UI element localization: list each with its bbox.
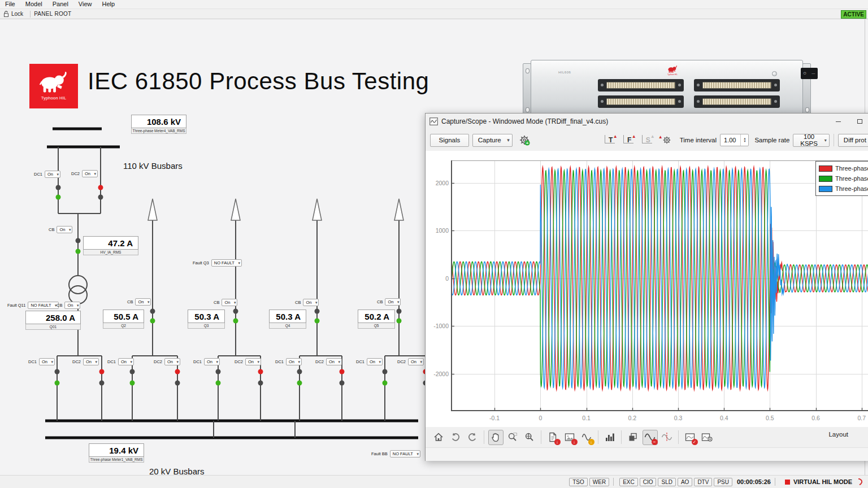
legend-swatch [819,176,832,182]
zoom-pan-icon[interactable] [522,430,537,445]
breadcrumb: PANEL ROOT [34,11,71,17]
x-axis-tick: 0.2 [620,415,645,421]
menu-item-file[interactable]: File [0,0,20,8]
cb-q4-select[interactable]: On [303,299,319,306]
status-bar: TSOWER EXCCIOSLDAODTVPSU 00:00:05:26 VIR… [0,475,868,488]
meter-20kv-value: 19.4 kV [89,443,144,457]
virtual-hil-mode-label: VIRTUAL HIL MODE [793,478,852,485]
pan-icon[interactable] [488,430,504,445]
layout-button[interactable]: Layout [828,431,848,438]
fault-q11-select[interactable]: NO FAULT [28,302,58,309]
dc2-bay1-label: DC2 [72,359,81,364]
settings-add-icon[interactable]: + [518,133,531,147]
dc1-top-label: DC1 [34,172,42,177]
redo-icon[interactable] [465,430,480,445]
fault-bb-select[interactable]: NO FAULT [390,450,420,457]
fault-q3-control: Fault Q3NO FAULT [193,259,242,267]
device-connector [694,79,780,91]
menu-item-help[interactable]: Help [97,0,120,8]
status-cio[interactable]: CIO [640,478,657,486]
dc2-bay2-select[interactable]: On [164,358,180,365]
export-image-icon[interactable]: ↓ [562,430,578,445]
layers-icon[interactable] [626,430,641,445]
dc1-bay3-select[interactable]: On [204,358,220,365]
dc2-bay5-select[interactable]: On [408,358,424,365]
capture-dropdown[interactable]: Capture [472,134,513,147]
cb-q5-select[interactable]: On [385,298,401,306]
undo-icon[interactable] [448,430,463,445]
dc1-top-control: DC1On [34,171,60,178]
dc1-bay4-select[interactable]: On [286,358,302,365]
dc2-top-select[interactable]: On [82,170,98,177]
legend-swatch [819,186,832,192]
status-tso[interactable]: TSO [569,478,588,486]
scope-title-bar[interactable]: Capture/Scope - Windowed Mode (TRDiff_fi… [426,114,868,129]
maximize-button[interactable] [855,117,864,126]
capture-settings-icon[interactable] [700,430,715,445]
lock-button[interactable]: Lock [0,11,27,18]
fault-q11-control: Fault Q11NO FAULT [7,302,59,309]
menu-item-view[interactable]: View [73,0,97,8]
status-dtv[interactable]: DTV [694,478,712,486]
cb-q3-select[interactable]: On [222,299,237,306]
dc1-bay2-control: DC1On [107,358,134,365]
trigger-f-icon[interactable]: F▲ [622,133,637,147]
device-power-switch: ⏻— [801,68,818,79]
dc1-bay5-select[interactable]: On [367,358,383,365]
dc1-bay1-select[interactable]: On [39,358,55,365]
device-model-label: HIL606 [558,71,571,74]
legend-label: Three-phase [835,175,868,182]
home-icon[interactable] [431,430,446,445]
cb-top-label: CB [49,227,54,232]
menu-item-panel[interactable]: Panel [47,0,73,8]
dc1-top-select[interactable]: On [45,171,60,178]
zoom-region-icon[interactable] [505,430,520,445]
diff-prot-button[interactable]: Diff prot [838,134,868,147]
export-data-icon[interactable]: ↓ [545,430,561,445]
cursor-wave-icon[interactable]: − [643,430,658,445]
status-exc[interactable]: EXC [619,478,638,486]
cb-q01-select[interactable]: On [64,302,80,309]
meter-20kv-caption: Three-phase Meter1_VAB_RMS [89,457,144,463]
trigger-t-icon[interactable]: T▲ [604,133,618,147]
legend-label: Three-phase [835,165,868,172]
dc2-top-control: DC2On [71,170,98,177]
minimize-button[interactable] [834,117,843,126]
device-brand-logo: Typhoon HIL [666,66,679,76]
transformer-winding-1 [69,276,87,294]
time-interval-input[interactable]: 1.00 ▲▼ [720,134,749,146]
dc2-bay3-select[interactable]: On [245,358,261,365]
cb-q3-label: CB [214,300,219,305]
cb-top-select[interactable]: On [57,226,72,233]
capture-check-icon[interactable]: ✓ [683,430,698,445]
dc1-bay2-select[interactable]: On [118,358,134,365]
signals-button[interactable]: Signals [430,134,469,147]
status-ao[interactable]: AO [678,478,692,486]
meter-q4: 50.3 AQ4 [269,310,306,329]
fault-q11-label: Fault Q11 [7,303,25,308]
dc2-bay1-select[interactable]: On [83,358,99,365]
trigger-settings-icon[interactable]: ▲ [659,133,674,147]
meter-q01-caption: Q01 [25,324,81,330]
histogram-icon[interactable] [602,430,618,445]
fault-q3-select[interactable]: NO FAULT [211,259,242,267]
status-wer[interactable]: WER [589,478,609,486]
x-axis-tick: 0 [528,415,553,421]
spinner-arrows-icon[interactable]: ▲▼ [740,134,748,146]
trigger-s-icon[interactable]: S▲ [641,133,656,147]
dc1-bay4-label: DC1 [275,359,284,364]
legend-entry: Three-phase [819,184,868,194]
sample-rate-dropdown[interactable]: 100 KSPS ▾ [793,134,829,147]
meter-hv-current-caption: HV_IA_RMS [83,250,138,255]
dc2-bay4-select[interactable]: On [326,358,342,365]
status-psu[interactable]: PSU [714,478,732,486]
scope-footer [426,447,868,461]
status-sld[interactable]: SLD [658,478,675,486]
x-axis-tick: 0.3 [666,415,691,421]
export-wave-icon[interactable]: ↓ [579,430,594,445]
wave-marker-icon[interactable] [659,430,675,445]
cb-q2-select[interactable]: On [135,298,151,306]
menu-item-model[interactable]: Model [20,0,47,8]
toolbar-separator [30,11,31,18]
scope-plot-canvas[interactable] [451,160,868,411]
